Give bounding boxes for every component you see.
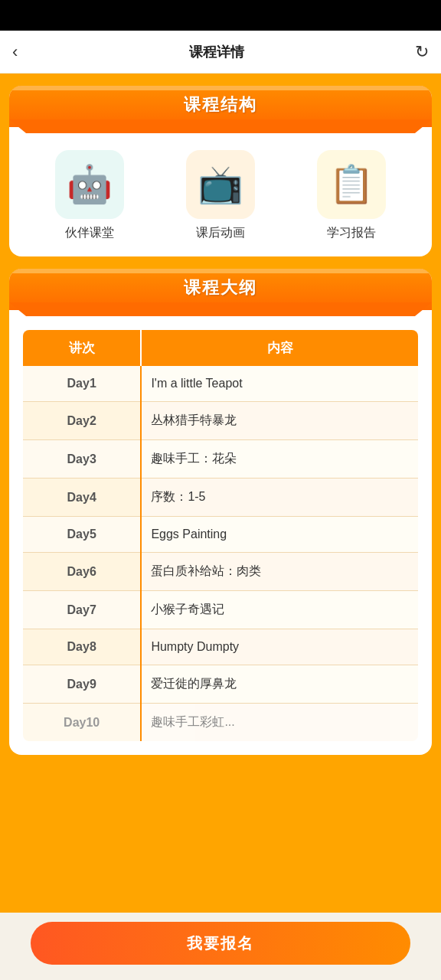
cell-day: Day3: [22, 440, 141, 479]
col-header-day: 讲次: [22, 329, 141, 366]
cell-content: 序数：1-5: [141, 479, 419, 517]
table-row[interactable]: Day5Eggs Painting: [22, 517, 419, 553]
animation-label: 课后动画: [196, 225, 245, 241]
outline-title: 课程大纲: [184, 278, 257, 297]
table-row[interactable]: Day7小猴子奇遇记: [22, 591, 419, 629]
register-button[interactable]: 我要报名: [31, 922, 410, 965]
outline-section: 课程大纲 讲次 内容 Day1I'm a little TeapotDay2丛林…: [9, 269, 432, 755]
status-bar-top: [0, 0, 441, 31]
cell-day: Day10: [22, 704, 141, 743]
structure-body: 🤖 伙伴课堂 📺 课后动画 📋 学习报告: [9, 127, 432, 256]
structure-section: 课程结构 🤖 伙伴课堂 📺 课后动画: [9, 86, 432, 256]
cell-content: 趣味手工彩虹...: [141, 704, 419, 743]
cell-day: Day4: [22, 479, 141, 517]
structure-header: 课程结构: [9, 86, 432, 127]
report-label: 学习报告: [327, 225, 376, 241]
cell-day: Day7: [22, 591, 141, 629]
report-icon-box: 📋: [317, 150, 386, 219]
cell-content: 爱迁徙的厚鼻龙: [141, 665, 419, 704]
cell-day: Day1: [22, 366, 141, 402]
table-row[interactable]: Day8Humpty Dumpty: [22, 629, 419, 665]
page-title: 课程详情: [189, 43, 244, 61]
cell-content: I'm a little Teapot: [141, 366, 419, 402]
outline-body: 讲次 内容 Day1I'm a little TeapotDay2丛林猎手特暴龙…: [9, 310, 432, 755]
partner-label: 伙伴课堂: [65, 225, 114, 241]
table-row[interactable]: Day6蛋白质补给站：肉类: [22, 553, 419, 591]
structure-item-animation[interactable]: 📺 课后动画: [186, 150, 255, 241]
table-row[interactable]: Day10趣味手工彩虹...: [22, 704, 419, 743]
cell-content: Humpty Dumpty: [141, 629, 419, 665]
refresh-button[interactable]: ↻: [415, 42, 429, 62]
cta-bar: 我要报名: [0, 913, 441, 980]
cell-content: 蛋白质补给站：肉类: [141, 553, 419, 591]
cell-day: Day9: [22, 665, 141, 704]
outline-table: 讲次 内容 Day1I'm a little TeapotDay2丛林猎手特暴龙…: [21, 328, 420, 743]
cell-content: 趣味手工：花朵: [141, 440, 419, 479]
outline-header: 课程大纲: [9, 269, 432, 310]
structure-title: 课程结构: [184, 95, 257, 114]
cell-day: Day8: [22, 629, 141, 665]
header: ‹ 课程详情 ↻: [0, 31, 441, 74]
structure-item-partner[interactable]: 🤖 伙伴课堂: [55, 150, 124, 241]
col-header-content: 内容: [141, 329, 419, 366]
table-header-row: 讲次 内容: [22, 329, 419, 366]
cell-day: Day6: [22, 553, 141, 591]
table-row[interactable]: Day1I'm a little Teapot: [22, 366, 419, 402]
partner-icon: 🤖: [67, 163, 113, 206]
animation-icon-box: 📺: [186, 150, 255, 219]
partner-icon-box: 🤖: [55, 150, 124, 219]
table-row[interactable]: Day2丛林猎手特暴龙: [22, 402, 419, 440]
table-row[interactable]: Day4序数：1-5: [22, 479, 419, 517]
back-button[interactable]: ‹: [12, 42, 18, 62]
cell-content: 小猴子奇遇记: [141, 591, 419, 629]
animation-icon: 📺: [198, 163, 243, 206]
cell-content: 丛林猎手特暴龙: [141, 402, 419, 440]
table-row[interactable]: Day3趣味手工：花朵: [22, 440, 419, 479]
report-icon: 📋: [328, 163, 374, 206]
cell-day: Day2: [22, 402, 141, 440]
cell-day: Day5: [22, 517, 141, 553]
cell-content: Eggs Painting: [141, 517, 419, 553]
main-content: 课程结构 🤖 伙伴课堂 📺 课后动画: [0, 74, 441, 980]
structure-item-report[interactable]: 📋 学习报告: [317, 150, 386, 241]
table-row[interactable]: Day9爱迁徙的厚鼻龙: [22, 665, 419, 704]
